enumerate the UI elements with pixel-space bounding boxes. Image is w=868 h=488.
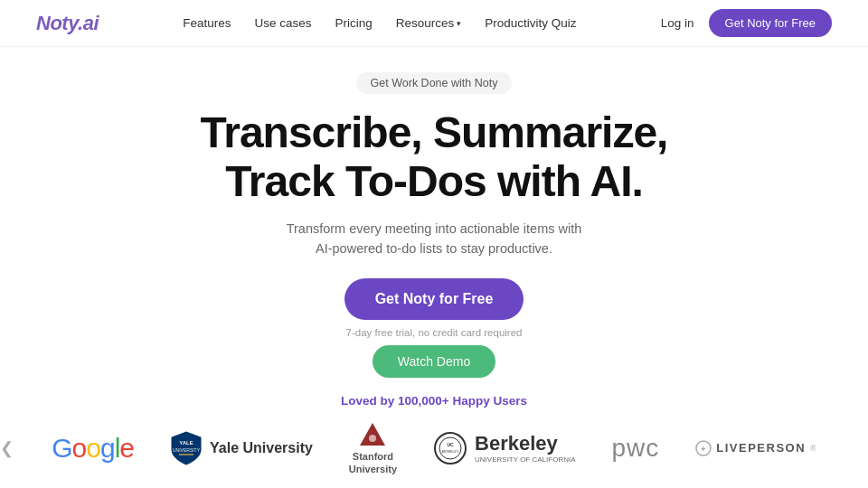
nav-cta-button[interactable]: Get Noty for Free: [709, 9, 832, 37]
demo-button[interactable]: Watch Demo: [373, 345, 495, 378]
yale-name: Yale University: [210, 440, 313, 456]
berkeley-text-wrap: Berkeley UNIVERSITY OF CALIFORNIA: [475, 432, 575, 465]
scroll-left-arrow[interactable]: ❮: [0, 438, 14, 458]
svg-point-5: [439, 437, 461, 459]
berkeley-seal-icon: UC BERKELEY: [433, 431, 467, 465]
nav-quiz[interactable]: Productivity Quiz: [485, 16, 576, 30]
nav-right: Log in Get Noty for Free: [661, 9, 832, 37]
hero-cta-button[interactable]: Get Noty for Free: [344, 278, 524, 320]
svg-text:UNIVERSITY: UNIVERSITY: [173, 447, 201, 453]
nav-features[interactable]: Features: [183, 16, 231, 30]
svg-text:BERKELEY: BERKELEY: [442, 450, 459, 454]
logos-row: ❮ Google YALE UNIVERSITY Yale University: [0, 420, 868, 474]
nav-resources[interactable]: Resources ▾: [396, 16, 462, 30]
svg-marker-2: [360, 423, 385, 446]
hero-title: Transcribe, Summarize, Track To-Dos with…: [201, 108, 668, 206]
stanford-name: StanfordUniversity: [349, 451, 397, 474]
liveperson-reg: ®: [810, 444, 816, 453]
logo-berkeley: UC BERKELEY Berkeley UNIVERSITY OF CALIF…: [433, 431, 575, 465]
loved-text: Loved by 100,000+ Happy Users: [0, 394, 868, 408]
svg-point-3: [369, 435, 376, 442]
preview-section: Weekly Noty Sync-Up 12 Sep, 12:00 · 1h T…: [0, 484, 868, 488]
nav-use-cases[interactable]: Use cases: [254, 16, 311, 30]
liveperson-text: LIVEPERSON: [716, 441, 806, 455]
yale-shield-icon: YALE UNIVERSITY: [170, 430, 203, 466]
nav-links: Features Use cases Pricing Resources ▾ P…: [183, 16, 576, 30]
logos-scroll: Google YALE UNIVERSITY Yale University S…: [24, 420, 843, 474]
loved-section: Loved by 100,000+ Happy Users: [0, 394, 868, 408]
stanford-icon: [357, 420, 388, 451]
hero-section: Get Work Done with Noty Transcribe, Summ…: [0, 47, 868, 378]
liveperson-star-icon: ✦: [695, 440, 712, 456]
nav-pricing[interactable]: Pricing: [335, 16, 373, 30]
logo-liveperson: ✦ LIVEPERSON ®: [695, 440, 816, 456]
svg-text:✦: ✦: [700, 445, 707, 454]
logo-google: Google: [52, 433, 134, 464]
chevron-down-icon: ▾: [457, 19, 461, 28]
logo-stanford: StanfordUniversity: [349, 420, 397, 474]
hero-badge: Get Work Done with Noty: [356, 72, 513, 94]
trial-note: 7-day free trial, no credit card require…: [346, 327, 523, 338]
navigation: Noty.ai Features Use cases Pricing Resou…: [0, 0, 868, 47]
login-button[interactable]: Log in: [661, 16, 694, 30]
logo[interactable]: Noty.ai: [36, 12, 99, 35]
logo-yale: YALE UNIVERSITY Yale University: [170, 430, 313, 466]
svg-text:UC: UC: [447, 442, 454, 447]
svg-text:YALE: YALE: [179, 440, 193, 446]
hero-subtitle: Transform every meeting into actionable …: [280, 219, 588, 259]
logo-pwc: pwc: [612, 434, 660, 463]
